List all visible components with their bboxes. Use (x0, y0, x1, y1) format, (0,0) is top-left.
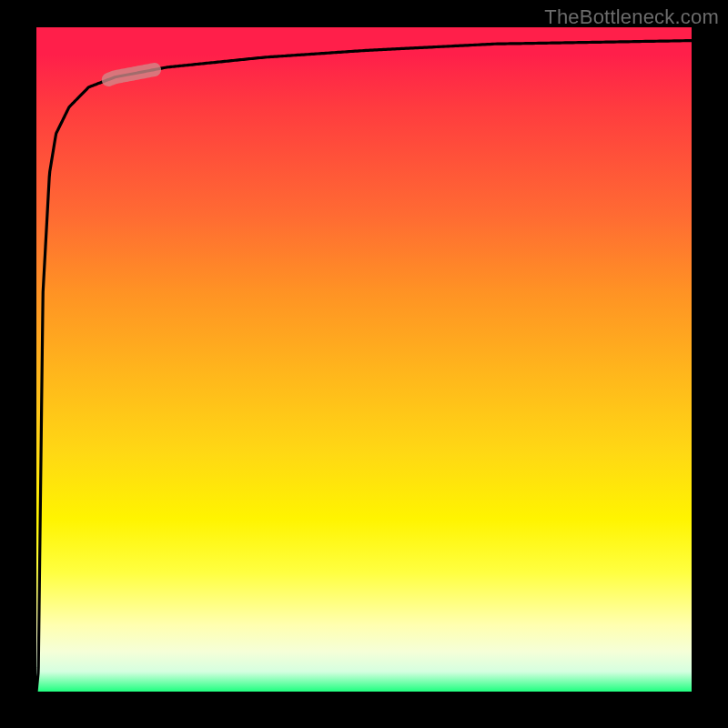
chart-watermark: TheBottleneck.com (544, 5, 719, 29)
chart-plot-area (36, 27, 692, 692)
chart-container: TheBottleneck.com (0, 0, 728, 728)
